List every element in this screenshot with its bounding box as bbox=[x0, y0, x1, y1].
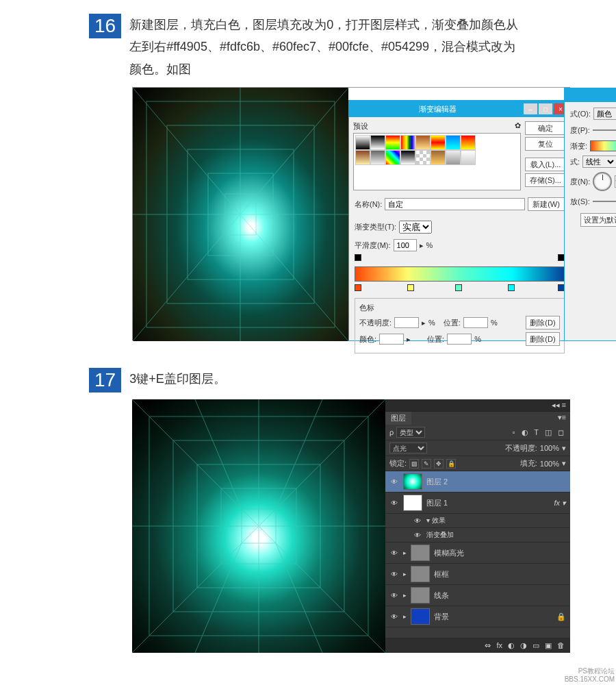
delete-button-2[interactable]: 删除(D) bbox=[526, 332, 560, 346]
new-layer-icon[interactable]: ▣ bbox=[545, 641, 552, 650]
visibility-icon[interactable]: 👁 bbox=[389, 477, 399, 486]
trash-icon[interactable]: 🗑 bbox=[557, 641, 565, 649]
layer-effect-item[interactable]: 👁▾ 效果 bbox=[385, 514, 570, 528]
smooth-label: 平滑度(M): bbox=[355, 240, 391, 251]
canvas-preview bbox=[133, 88, 348, 341]
layers-footer: ⇔ fx ◐ ◑ ▭ ▣ 🗑 bbox=[385, 638, 570, 653]
canvas-preview-2 bbox=[132, 399, 385, 653]
stops-group: 色标 不透明度:▸% 位置:% 删除(D) 颜色:▸ 位置:% 删除(D) bbox=[355, 298, 565, 353]
blend-mode-label: 式(O): bbox=[570, 109, 591, 119]
panel-header: ◂◂ ≡ bbox=[385, 399, 570, 412]
lock-move-icon[interactable]: ✥ bbox=[434, 459, 444, 469]
visibility-icon[interactable]: 👁 bbox=[389, 590, 399, 600]
opacity-label: 度(P): bbox=[570, 125, 590, 136]
minimize-button[interactable]: – bbox=[524, 103, 537, 114]
layer-row[interactable]: 👁图层 1fx ▾ bbox=[385, 493, 570, 514]
step-16: 16 新建图层，填充白色，图层填充改为0，打开图层样式，渐变叠加颜色从左到右#f… bbox=[0, 0, 616, 87]
layer-list: 👁图层 2👁图层 1fx ▾👁▾ 效果👁渐变叠加👁▸模糊高光👁▸框框👁▸线条👁▸… bbox=[385, 471, 570, 627]
gradient-swatch[interactable] bbox=[590, 140, 616, 151]
svg-line-16 bbox=[132, 399, 259, 526]
link-icon[interactable]: ⇔ bbox=[485, 641, 491, 650]
filter-icons[interactable]: ▫ ◐ T ◫ ◻ bbox=[513, 428, 566, 437]
layer-style-title: 图层样式 bbox=[565, 88, 616, 102]
stops-label: 色标 bbox=[359, 303, 560, 313]
svg-line-22 bbox=[195, 399, 242, 509]
angle-label: 度(N): bbox=[570, 177, 590, 187]
layer-style-dialog: 图层样式 式(O): 颜色 仿色 度(P): % 渐变: ▾ 反向(R) bbox=[564, 88, 616, 341]
type-select[interactable]: 实底 bbox=[399, 221, 432, 234]
step-number-17: 17 bbox=[89, 368, 121, 393]
opacity-stops[interactable] bbox=[355, 254, 565, 264]
scale-slider[interactable] bbox=[593, 197, 616, 206]
fx-icon[interactable]: fx bbox=[496, 641, 502, 649]
opacity-slider[interactable] bbox=[593, 126, 616, 134]
gear-icon[interactable]: ✿ bbox=[515, 121, 521, 130]
smooth-input[interactable] bbox=[394, 239, 417, 251]
step-text-17: 3键+E盖印图层。 bbox=[129, 368, 226, 390]
panel-menu-icon[interactable]: ▾≡ bbox=[554, 412, 570, 423]
layer-row[interactable]: 👁图层 2 bbox=[385, 471, 570, 493]
set-default-button[interactable]: 设置为默认值 bbox=[580, 213, 617, 227]
screenshot-16: 渐变编辑器 – □ × 预设 ✿ bbox=[0, 87, 616, 354]
svg-line-25 bbox=[276, 543, 322, 653]
lock-all-icon[interactable]: 🔒 bbox=[446, 459, 456, 469]
screenshot-17: ◂◂ ≡ 图层▾≡ ρ类型 ▫ ◐ T ◫ ◻ 点光 不透明度: 100%▾ 锁… bbox=[0, 399, 616, 667]
blend-mode-select[interactable]: 点光 bbox=[389, 443, 427, 453]
visibility-icon[interactable]: 👁 bbox=[389, 569, 399, 579]
svg-line-23 bbox=[276, 399, 322, 509]
ok-button[interactable]: 确定 bbox=[525, 121, 566, 135]
opacity-value[interactable]: 100% bbox=[540, 444, 559, 452]
visibility-icon[interactable]: 👁 bbox=[389, 548, 399, 558]
presets-label: 预设 bbox=[353, 122, 368, 130]
step-number-16: 16 bbox=[89, 14, 121, 38]
gradient-editor-dialog: 渐变编辑器 – □ × 预设 ✿ bbox=[348, 100, 571, 341]
layers-panel: ◂◂ ≡ 图层▾≡ ρ类型 ▫ ◐ T ◫ ◻ 点光 不透明度: 100%▾ 锁… bbox=[385, 399, 570, 653]
layer-effect-item[interactable]: 👁渐变叠加 bbox=[385, 528, 570, 543]
color-stops[interactable] bbox=[355, 284, 565, 294]
visibility-icon[interactable]: 👁 bbox=[389, 612, 399, 621]
layers-tab[interactable]: 图层 bbox=[385, 412, 411, 425]
svg-line-19 bbox=[259, 526, 385, 653]
maximize-button[interactable]: □ bbox=[539, 103, 552, 114]
style-select[interactable]: 线性 bbox=[582, 155, 616, 168]
position-label: 位置: bbox=[444, 318, 461, 328]
scale-label: 放(S): bbox=[570, 197, 590, 207]
opacity-label: 不透明度: bbox=[359, 318, 392, 328]
color-label: 颜色: bbox=[359, 334, 376, 345]
group-icon[interactable]: ▭ bbox=[532, 641, 539, 650]
svg-line-24 bbox=[195, 543, 242, 653]
mask-icon[interactable]: ◐ bbox=[508, 641, 515, 650]
angle-knob[interactable] bbox=[593, 172, 612, 191]
gradient-editor-titlebar[interactable]: 渐变编辑器 – □ × bbox=[349, 101, 570, 117]
dialog-title: 渐变编辑器 bbox=[352, 104, 524, 114]
new-button[interactable]: 新建(W) bbox=[528, 197, 565, 211]
layer-row[interactable]: 👁▸线条 bbox=[385, 585, 570, 606]
lock-brush-icon[interactable]: ✎ bbox=[422, 459, 431, 469]
layer-row[interactable]: 👁▸模糊高光 bbox=[385, 543, 570, 564]
lock-pixels-icon[interactable]: ▨ bbox=[409, 459, 419, 469]
visibility-icon[interactable]: 👁 bbox=[389, 498, 399, 508]
layer-row[interactable]: 👁▸背景🔒 bbox=[385, 606, 570, 627]
window-buttons: – □ × bbox=[524, 103, 567, 114]
opacity-label: 不透明度: bbox=[505, 443, 537, 453]
name-input[interactable] bbox=[385, 198, 525, 210]
svg-line-7 bbox=[133, 214, 240, 341]
step-17: 17 3键+E盖印图层。 bbox=[0, 354, 616, 399]
load-button[interactable]: 载入(L)... bbox=[525, 158, 566, 171]
wireframe-2 bbox=[132, 399, 385, 653]
fill-value[interactable]: 100% bbox=[540, 460, 559, 468]
lock-label: 锁定: bbox=[389, 458, 407, 469]
filter-kind-select[interactable]: 类型 bbox=[396, 427, 425, 438]
adjustment-icon[interactable]: ◑ bbox=[520, 641, 527, 650]
gradient-preview-bar[interactable] bbox=[355, 266, 565, 282]
delete-button[interactable]: 删除(D) bbox=[526, 316, 560, 329]
layer-row[interactable]: 👁▸框框 bbox=[385, 564, 570, 585]
preset-swatches[interactable] bbox=[353, 133, 521, 190]
type-label: 渐变类型(T): bbox=[355, 222, 396, 232]
svg-line-8 bbox=[240, 214, 348, 341]
svg-line-5 bbox=[133, 88, 240, 214]
blend-mode-select[interactable]: 颜色 bbox=[593, 108, 616, 120]
wireframe bbox=[133, 88, 348, 341]
save-button[interactable]: 存储(S)... bbox=[525, 173, 566, 187]
cancel-button[interactable]: 复位 bbox=[525, 137, 566, 151]
